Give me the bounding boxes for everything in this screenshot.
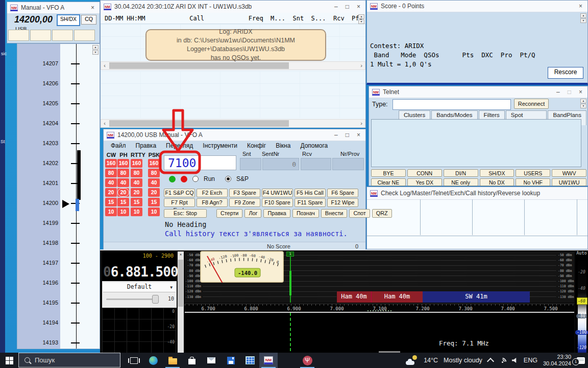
task-view-button[interactable] bbox=[125, 353, 143, 368]
band-bar-ham40m-b[interactable]: Ham 40m bbox=[372, 291, 423, 303]
waterfall-display[interactable]: Freq: 7.1 MHz bbox=[185, 313, 574, 353]
bandmap-frequency-row[interactable]: 14204 bbox=[17, 113, 100, 133]
menu-item[interactable]: Файл bbox=[111, 142, 126, 149]
telnet-command-button[interactable]: Clear NE bbox=[371, 178, 406, 186]
bandmap-frequency-row[interactable]: 14207 bbox=[17, 54, 100, 74]
fkey-button[interactable]: F7 Rpt Exch bbox=[164, 198, 195, 207]
band-button[interactable]: 10 bbox=[148, 208, 160, 216]
bandmap-frequency-row[interactable]: 14205 bbox=[17, 94, 100, 113]
log-scrollbar-top[interactable]: ‹› bbox=[101, 61, 365, 70]
action-button[interactable]: Лог bbox=[244, 209, 261, 218]
close-icon[interactable]: × bbox=[357, 3, 360, 10]
telnet-command-button[interactable]: WWV bbox=[552, 169, 586, 177]
weather-temp[interactable]: 14°C bbox=[424, 357, 438, 364]
score-spinner[interactable]: ▲▼ bbox=[580, 13, 586, 23]
telnet-command-button[interactable]: BYE bbox=[371, 169, 406, 177]
band-button[interactable]: 20 bbox=[148, 188, 160, 197]
start-button[interactable] bbox=[0, 353, 18, 368]
fkey-button[interactable]: F2 Exch bbox=[197, 189, 228, 197]
notification-icon[interactable]: 1 bbox=[577, 357, 585, 364]
fkey-button[interactable]: F12 Wipe bbox=[327, 198, 358, 207]
rescore-button[interactable]: Rescore bbox=[548, 67, 583, 79]
file-explorer-button[interactable] bbox=[163, 353, 182, 368]
nrprov-field[interactable] bbox=[332, 158, 364, 170]
telnet-command-button[interactable]: SH/DX bbox=[480, 169, 514, 177]
rcv-field[interactable] bbox=[301, 158, 331, 170]
sp-radio[interactable] bbox=[225, 176, 231, 182]
bandmap-frequency-row[interactable]: 14195 bbox=[17, 293, 100, 313]
log-scrollbar-bottom[interactable]: ‹› bbox=[101, 119, 365, 128]
band-button[interactable]: 10 bbox=[131, 208, 142, 216]
clock[interactable]: 23:30 30.04.2024 bbox=[543, 354, 571, 367]
fkey-button[interactable]: F9 Zone bbox=[229, 198, 260, 207]
bandmap-frequency-row[interactable]: 14198 bbox=[17, 233, 100, 253]
maximize-icon[interactable]: □ bbox=[568, 88, 571, 96]
fkey-button[interactable]: F11 Spare bbox=[295, 198, 326, 207]
menu-item[interactable]: Вікна bbox=[276, 142, 290, 149]
band-button[interactable]: 10 bbox=[117, 208, 129, 216]
band-bar-ham40m-a[interactable]: Ham 40m bbox=[337, 291, 372, 303]
band-button[interactable]: 160 bbox=[117, 159, 129, 168]
band-button[interactable]: 80 bbox=[148, 169, 160, 177]
maximize-icon[interactable]: □ bbox=[346, 131, 349, 139]
minimize-icon[interactable]: – bbox=[334, 131, 338, 139]
volume-icon[interactable] bbox=[512, 358, 518, 363]
telnet-command-button[interactable]: DI/N bbox=[444, 169, 478, 177]
band-button[interactable]: 80 bbox=[105, 169, 117, 177]
reconnect-button[interactable]: Reconnect bbox=[514, 99, 549, 109]
shdx-button[interactable]: SH/DX bbox=[57, 14, 80, 26]
bandmap-frequency-row[interactable]: 14194 bbox=[17, 313, 100, 333]
action-button[interactable]: Стерти bbox=[216, 209, 242, 218]
bandmap-frequency-row[interactable]: 14200 bbox=[17, 193, 100, 213]
fkey-button[interactable]: F1 S&P CQ bbox=[164, 189, 195, 197]
band-button[interactable]: 15 bbox=[105, 198, 117, 206]
telnet-command-button[interactable]: Yes DX bbox=[407, 178, 442, 186]
band-button[interactable]: 20 bbox=[117, 188, 129, 197]
weather-desc[interactable]: Mostly cloudy bbox=[444, 357, 482, 364]
bandmap-zoom-spinner[interactable]: ▲▼ bbox=[92, 45, 99, 55]
band-button[interactable]: 160 bbox=[105, 159, 117, 168]
maximize-icon[interactable]: □ bbox=[346, 3, 349, 10]
mail-button[interactable] bbox=[202, 353, 220, 368]
menu-item[interactable]: Перегляд bbox=[166, 142, 193, 149]
n1mm-taskbar-button[interactable]: NM bbox=[259, 353, 278, 368]
action-button[interactable]: Правка bbox=[263, 209, 290, 218]
menu-item[interactable]: Інструменти bbox=[203, 142, 237, 149]
band-button[interactable]: 40 bbox=[148, 178, 160, 187]
band-button[interactable]: 80 bbox=[117, 169, 129, 177]
bandmap-frequency-row[interactable]: 14197 bbox=[17, 253, 100, 273]
bandmap-frequency-row[interactable]: 14199 bbox=[17, 213, 100, 233]
band-button[interactable]: 15 bbox=[148, 198, 160, 206]
band-button[interactable]: 20 bbox=[105, 188, 117, 197]
telnet-command-button[interactable]: NE only bbox=[444, 178, 478, 186]
close-icon[interactable]: × bbox=[579, 3, 582, 10]
band-button[interactable]: 40 bbox=[117, 178, 129, 187]
band-button[interactable]: 15 bbox=[131, 198, 142, 206]
weather-icon[interactable] bbox=[406, 355, 418, 365]
frequency-scale[interactable]: 6.7006.8006.9007.0007.1007.2007.3007.400… bbox=[185, 304, 574, 312]
band-button[interactable]: 15 bbox=[117, 198, 129, 206]
close-icon[interactable]: × bbox=[357, 131, 360, 139]
band-button[interactable]: 10 bbox=[105, 208, 117, 216]
minimize-icon[interactable]: – bbox=[556, 88, 560, 96]
telnet-type-input[interactable] bbox=[393, 99, 511, 110]
log-header-spinner[interactable]: ▲▼ bbox=[358, 14, 364, 24]
band-button[interactable]: 20 bbox=[131, 188, 142, 197]
action-button[interactable]: Познач bbox=[292, 209, 319, 218]
fkey-button[interactable]: F4 UW1WU bbox=[262, 189, 293, 197]
fkey-button[interactable]: F10 Spare bbox=[262, 198, 293, 207]
sdr-frequency-display[interactable]: 100 - 2900 06.881.500 bbox=[102, 251, 177, 281]
sdr-vertical-scrollbar[interactable]: ▲ bbox=[178, 251, 184, 353]
telnet-command-button[interactable]: UW1WU bbox=[552, 178, 586, 186]
log-pane-allbands[interactable] bbox=[101, 71, 365, 118]
band-bar-sw41m[interactable]: SW 41m bbox=[423, 291, 530, 303]
log-column-headers[interactable]: DD-MM HH:MM Call Freq M... Snt S... Rcv … bbox=[101, 13, 365, 24]
band-button[interactable]: 160 bbox=[131, 159, 142, 168]
telnet-command-button[interactable]: USERS bbox=[516, 169, 550, 177]
action-button[interactable]: QRZ bbox=[372, 209, 392, 218]
band-button[interactable]: 40 bbox=[131, 178, 142, 187]
profile-dropdown[interactable]: Default▼ bbox=[103, 283, 176, 292]
fkey-button[interactable]: F3 Spare bbox=[229, 189, 260, 197]
telnet-output-panel[interactable] bbox=[371, 119, 581, 167]
store-button[interactable] bbox=[183, 353, 201, 368]
